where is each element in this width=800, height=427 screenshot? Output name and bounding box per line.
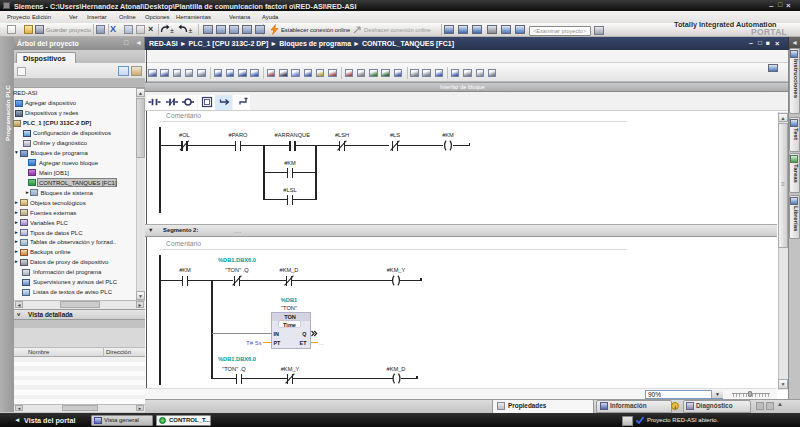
svg-text:#OL: #OL — [179, 132, 190, 138]
svg-text:...: ... — [319, 339, 324, 346]
svg-text:#KM_Y: #KM_Y — [387, 267, 406, 273]
svg-text:PT: PT — [274, 340, 282, 346]
svg-text:#KM_D: #KM_D — [280, 267, 299, 273]
svg-text:#LS: #LS — [390, 132, 400, 138]
svg-text:ET: ET — [300, 340, 308, 346]
svg-text:#LSL: #LSL — [283, 187, 296, 193]
svg-text:#LSH: #LSH — [335, 132, 349, 138]
svg-text:%DB1.DBX6.0: %DB1.DBX6.0 — [218, 356, 256, 362]
svg-text:Q: Q — [302, 331, 306, 337]
svg-text:%DB1: %DB1 — [281, 297, 297, 303]
svg-text:TON: TON — [284, 314, 296, 320]
svg-text:"TON" .Q: "TON" .Q — [222, 366, 246, 372]
svg-text:#ARRANQUE: #ARRANQUE — [275, 132, 311, 138]
svg-text:%DB1.DBX6.0: %DB1.DBX6.0 — [218, 257, 256, 263]
svg-text:#KM: #KM — [284, 160, 296, 166]
svg-text:Time: Time — [283, 322, 296, 328]
svg-text:IN: IN — [274, 331, 279, 337]
svg-text:#KM: #KM — [442, 132, 454, 138]
svg-text:#KM_D: #KM_D — [387, 366, 406, 372]
svg-text:"TON" .Q: "TON" .Q — [225, 267, 249, 273]
svg-text:"TON": "TON" — [281, 305, 297, 311]
svg-text:#KM_Y: #KM_Y — [281, 366, 300, 372]
svg-text:#PARO: #PARO — [229, 132, 248, 138]
svg-text:T# 5s: T# 5s — [246, 339, 261, 346]
svg-text:#KM: #KM — [179, 267, 191, 273]
